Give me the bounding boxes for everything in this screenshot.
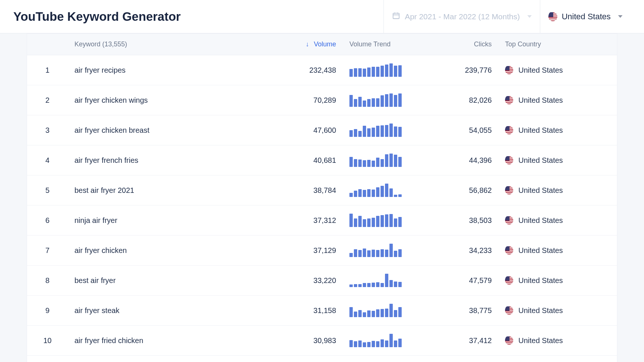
- cell-rank: 2: [27, 85, 68, 115]
- col-top-country[interactable]: Top Country: [498, 34, 617, 55]
- cell-keyword: air fryer chicken wings: [68, 85, 276, 115]
- us-flag-icon: [505, 276, 513, 284]
- cell-top-country: United States: [498, 175, 617, 205]
- sparkline: [349, 124, 432, 137]
- cell-rank: 4: [27, 145, 68, 175]
- col-clicks[interactable]: Clicks: [439, 34, 498, 55]
- cell-top-country: United States: [498, 236, 617, 266]
- cell-keyword: air fryer steak: [68, 296, 276, 326]
- country-name: United States: [518, 126, 563, 135]
- table-row[interactable]: 11air fryer salmon29,60435,313United Sta…: [27, 356, 617, 362]
- cell-keyword: air fryer french fries: [68, 145, 276, 175]
- table-header-row: Keyword (13,555) ↓ Volume Volume Trend C…: [27, 34, 617, 55]
- sparkline: [349, 184, 432, 197]
- cell-top-country: United States: [498, 266, 617, 296]
- sparkline: [349, 334, 432, 347]
- keyword-link[interactable]: air fryer french fries: [74, 156, 138, 164]
- sparkline: [349, 244, 432, 257]
- cell-top-country: United States: [498, 115, 617, 145]
- page-header: YouTube Keyword Generator Apr 2021 - Mar…: [0, 0, 644, 33]
- cell-volume: 33,220: [276, 266, 343, 296]
- country-name: United States: [518, 276, 563, 285]
- us-flag-icon: [505, 246, 513, 254]
- us-flag-icon: [505, 66, 513, 74]
- cell-top-country: United States: [498, 145, 617, 175]
- cell-trend: [343, 175, 439, 205]
- table-row[interactable]: 3air fryer chicken breast47,60054,055Uni…: [27, 115, 617, 145]
- cell-volume: 38,784: [276, 175, 343, 205]
- table-row[interactable]: 2air fryer chicken wings70,28982,026Unit…: [27, 85, 617, 115]
- sparkline: [349, 93, 432, 107]
- us-flag-icon: [505, 96, 513, 104]
- cell-trend: [343, 145, 439, 175]
- cell-keyword: ninja air fryer: [68, 205, 276, 236]
- col-volume[interactable]: ↓ Volume: [276, 34, 343, 55]
- us-flag-icon: [505, 216, 513, 224]
- cell-volume: 70,289: [276, 85, 343, 115]
- country-name: United States: [518, 156, 563, 165]
- cell-rank: 6: [27, 205, 68, 236]
- calendar-icon: [392, 11, 400, 22]
- cell-top-country: United States: [498, 296, 617, 326]
- table-row[interactable]: 9air fryer steak31,15838,775United State…: [27, 296, 617, 326]
- cell-keyword: best air fryer 2021: [68, 175, 276, 205]
- table-row[interactable]: 4air fryer french fries40,68144,396Unite…: [27, 145, 617, 175]
- us-flag-icon: [505, 306, 513, 315]
- date-range-label: Apr 2021 - Mar 2022 (12 Months): [405, 12, 520, 21]
- sparkline: [349, 63, 432, 77]
- cell-rank: 9: [27, 296, 68, 326]
- keyword-link[interactable]: ninja air fryer: [74, 216, 117, 224]
- sparkline: [349, 214, 432, 227]
- cell-trend: [343, 296, 439, 326]
- table-row[interactable]: 1air fryer recipes232,438239,776United S…: [27, 55, 617, 85]
- sparkline: [349, 154, 432, 167]
- cell-volume: 232,438: [276, 55, 343, 85]
- keyword-link[interactable]: air fryer chicken breast: [74, 126, 149, 134]
- us-flag-icon: [505, 336, 513, 345]
- keyword-link[interactable]: air fryer recipes: [74, 66, 126, 74]
- cell-top-country: United States: [498, 85, 617, 115]
- keyword-link[interactable]: air fryer fried chicken: [74, 336, 143, 345]
- cell-clicks: 38,775: [439, 296, 498, 326]
- cell-volume: 47,600: [276, 115, 343, 145]
- date-range-selector[interactable]: Apr 2021 - Mar 2022 (12 Months): [384, 0, 540, 33]
- country-name: United States: [518, 306, 563, 315]
- country-name: United States: [518, 336, 563, 345]
- cell-keyword: air fryer salmon: [68, 356, 276, 362]
- keyword-link[interactable]: air fryer steak: [74, 306, 119, 315]
- cell-clicks: 44,396: [439, 145, 498, 175]
- col-rank[interactable]: [27, 34, 68, 55]
- cell-clicks: 54,055: [439, 115, 498, 145]
- table-row[interactable]: 6ninja air fryer37,31238,503United State…: [27, 205, 617, 236]
- country-name: United States: [518, 186, 563, 195]
- table-row[interactable]: 8best air fryer33,22047,579United States: [27, 266, 617, 296]
- cell-volume: 29,604: [276, 356, 343, 362]
- cell-clicks: 37,412: [439, 326, 498, 356]
- col-keyword[interactable]: Keyword (13,555): [68, 34, 276, 55]
- svg-rect-0: [393, 13, 399, 19]
- country-name: United States: [518, 216, 563, 225]
- sparkline: [349, 304, 432, 317]
- cell-clicks: 35,313: [439, 356, 498, 362]
- cell-clicks: 239,776: [439, 55, 498, 85]
- keyword-link[interactable]: air fryer chicken wings: [74, 96, 148, 104]
- col-volume-trend[interactable]: Volume Trend: [343, 34, 439, 55]
- sort-desc-icon: ↓: [306, 40, 309, 48]
- us-flag-icon: [505, 126, 513, 134]
- keyword-link[interactable]: best air fryer: [74, 276, 116, 284]
- keyword-table-wrap: Keyword (13,555) ↓ Volume Volume Trend C…: [27, 33, 617, 362]
- cell-rank: 1: [27, 55, 68, 85]
- keyword-link[interactable]: air fryer chicken: [74, 246, 127, 254]
- table-row[interactable]: 7air fryer chicken37,12934,233United Sta…: [27, 236, 617, 266]
- cell-rank: 7: [27, 236, 68, 266]
- country-selector[interactable]: United States: [540, 0, 631, 33]
- table-row[interactable]: 10air fryer fried chicken30,98337,412Uni…: [27, 326, 617, 356]
- cell-top-country: United States: [498, 356, 617, 362]
- keyword-link[interactable]: best air fryer 2021: [74, 186, 134, 194]
- cell-rank: 8: [27, 266, 68, 296]
- cell-rank: 11: [27, 356, 68, 362]
- table-row[interactable]: 5best air fryer 202138,78456,862United S…: [27, 175, 617, 205]
- cell-trend: [343, 266, 439, 296]
- keyword-table: Keyword (13,555) ↓ Volume Volume Trend C…: [27, 34, 617, 362]
- cell-keyword: air fryer chicken: [68, 236, 276, 266]
